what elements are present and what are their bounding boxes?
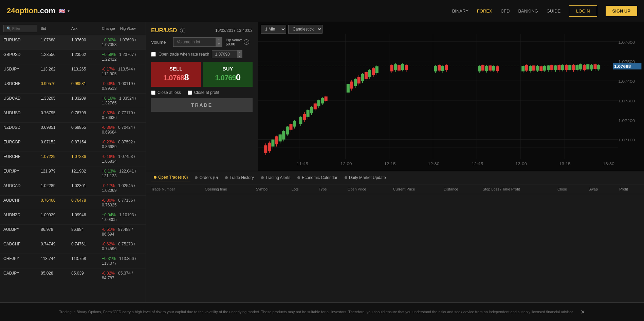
col-type: Type xyxy=(314,184,343,194)
svg-rect-116 xyxy=(529,66,532,71)
rate-up-arrow[interactable]: ▲ xyxy=(237,50,242,54)
tab-orders[interactable]: Orders (0) xyxy=(192,174,221,181)
svg-text:11:45: 11:45 xyxy=(297,162,308,166)
list-item[interactable]: USDCAD 1.33205 1.33209 +0.16% 1.33524 / … xyxy=(0,94,146,108)
trade-button[interactable]: TRADE xyxy=(151,98,253,112)
flag-icon: 🇬🇧 xyxy=(59,8,66,14)
tab-dot-daily-market-update xyxy=(345,176,347,179)
tab-economic-calendar[interactable]: Economic Calendar xyxy=(295,174,340,181)
volume-up-arrow[interactable]: ▲ xyxy=(216,37,222,42)
svg-rect-30 xyxy=(264,145,267,153)
list-item[interactable]: AUDNZD 1.09929 1.09946 +0.04% 1.10193 / … xyxy=(0,210,146,225)
list-item[interactable]: EURGBP 0.87152 0.87154 -0.23% 0.87592 / … xyxy=(0,137,146,152)
tab-trading-alerts[interactable]: Trading Alerts xyxy=(258,174,293,181)
signup-button[interactable]: SIGN UP xyxy=(606,6,637,16)
svg-rect-62 xyxy=(325,97,328,101)
volume-down-arrow[interactable]: ▼ xyxy=(216,42,222,47)
col-swap: Swap xyxy=(584,184,614,194)
svg-rect-104 xyxy=(485,66,488,71)
tab-dot-economic-calendar xyxy=(297,176,300,179)
list-item[interactable]: GBPUSD 1.23556 1.23562 +0.58% 1.23767 / … xyxy=(0,50,146,64)
svg-rect-38 xyxy=(279,135,282,142)
list-item[interactable]: USDCHF 0.99570 0.99581 -0.48% 1.00119 / … xyxy=(0,79,146,94)
rate-down-arrow[interactable]: ▼ xyxy=(237,54,242,58)
tab-trade-history[interactable]: Trade History xyxy=(222,174,257,181)
close-at-loss-checkbox[interactable] xyxy=(151,91,155,95)
svg-rect-124 xyxy=(543,66,546,71)
list-item[interactable]: AUDJPY 86.978 86.984 -0.51% 87.488 / 86.… xyxy=(0,225,146,239)
svg-rect-144 xyxy=(579,64,582,69)
instrument-info-icon[interactable]: i xyxy=(180,28,185,33)
nav-guide[interactable]: GUIDE xyxy=(547,8,560,14)
svg-rect-88 xyxy=(401,64,404,70)
svg-text:12:00: 12:00 xyxy=(341,162,352,166)
tab-daily-market-update[interactable]: Daily Market Update xyxy=(342,174,389,181)
col-open-price: Open Price xyxy=(343,184,388,194)
sell-button[interactable]: SELL 1.07688 xyxy=(151,62,201,87)
close-at-profit: Close at profit xyxy=(188,90,219,95)
svg-rect-92 xyxy=(434,66,437,71)
close-at-profit-checkbox[interactable] xyxy=(188,91,192,95)
svg-rect-56 xyxy=(314,103,317,109)
svg-rect-142 xyxy=(575,65,578,70)
list-item[interactable]: CADJPY 85.028 85.039 -0.32% 85.374 / 84.… xyxy=(0,268,146,283)
nav-banking[interactable]: BANKING xyxy=(518,8,538,14)
timeframe-select[interactable]: 1 Min 5 Min 15 Min 30 Min 1 Hour xyxy=(261,25,286,34)
list-item[interactable]: CHFJPY 113.744 113.758 +0.31% 113.856 / … xyxy=(0,254,146,268)
pip-value: Pip value: $0.00 ? xyxy=(226,38,249,46)
chart-section: 1 Min 5 Min 15 Min 30 Min 1 Hour Candles… xyxy=(258,22,644,171)
pip-help-icon[interactable]: ? xyxy=(244,39,249,45)
tab-dot-open-trades xyxy=(154,176,157,179)
bottom-panel: Open Trades (0) Orders (0) Trade History… xyxy=(146,171,644,302)
svg-rect-46 xyxy=(293,121,296,126)
open-trade-checkbox[interactable] xyxy=(151,52,156,57)
nav-cfd[interactable]: CFD xyxy=(501,8,510,14)
close-at-profit-label: Close at profit xyxy=(194,90,219,95)
sell-label: SELL xyxy=(169,66,182,72)
tab-label-open-trades: Open Trades (0) xyxy=(158,175,188,180)
list-item[interactable]: USDJPY 113.262 113.265 -0.17% 113.544 / … xyxy=(0,64,146,79)
nav-binary[interactable]: BINARY xyxy=(452,8,468,14)
tab-label-daily-market-update: Daily Market Update xyxy=(349,175,386,180)
table-header-row: Trade Number Opening time Symbol Lots Ty… xyxy=(146,184,644,194)
currency-list-header: Bid Ask Change High/Low xyxy=(0,22,146,35)
logo[interactable]: 24option.com xyxy=(7,6,55,15)
list-item[interactable]: AUDUSD 0.76795 0.76799 -0.33% 0.77170 / … xyxy=(0,108,146,123)
svg-rect-58 xyxy=(317,100,320,106)
list-item[interactable]: EURCHF 1.07229 1.07236 -0.18% 1.07453 / … xyxy=(0,152,146,166)
login-button[interactable]: LOGIN xyxy=(569,5,597,17)
chart-type-select[interactable]: Candlestick Line Bar xyxy=(288,25,323,34)
list-item[interactable]: CADCHF 0.74749 0.74761 -0.62% 0.75273 / … xyxy=(0,239,146,254)
svg-rect-78 xyxy=(372,68,375,75)
buy-label: BUY xyxy=(222,66,233,72)
volume-input-wrap: ▲ ▼ xyxy=(173,37,222,47)
list-item[interactable]: EURUSD 1.07688 1.07690 +0.30% 1.07698 / … xyxy=(0,35,146,50)
nav-forex[interactable]: FOREX xyxy=(477,8,492,14)
svg-text:1.07600: 1.07600 xyxy=(618,40,635,44)
instrument-name: EUR/USD xyxy=(151,27,177,34)
flag-selector[interactable]: 🇬🇧 ▼ xyxy=(59,8,70,14)
svg-rect-40 xyxy=(282,131,285,139)
svg-text:1.07100: 1.07100 xyxy=(618,138,635,142)
tab-label-economic-calendar: Economic Calendar xyxy=(302,175,337,180)
volume-label: Volume xyxy=(151,40,170,45)
list-item[interactable]: AUDCAD 1.02289 1.02301 -0.17% 1.02545 / … xyxy=(0,181,146,196)
list-item[interactable]: EURJPY 121.979 121.982 +0.13% 122.041 / … xyxy=(0,166,146,181)
volume-input[interactable] xyxy=(173,37,222,47)
list-item[interactable]: NZDUSD 0.69851 0.69855 -0.36% 0.70424 / … xyxy=(0,123,146,137)
buy-button[interactable]: BUY 1.07690 xyxy=(203,62,253,87)
close-at-loss: Close at loss xyxy=(151,90,181,95)
svg-rect-54 xyxy=(310,107,313,113)
svg-rect-148 xyxy=(586,64,589,69)
filter-input[interactable] xyxy=(3,25,37,32)
col-opening-time: Opening time xyxy=(200,184,251,194)
close-options-row: Close at loss Close at profit xyxy=(151,90,253,95)
col-close: Close xyxy=(552,184,584,194)
svg-rect-112 xyxy=(521,66,525,71)
svg-rect-50 xyxy=(303,114,306,120)
trade-chart-section: EUR/USD i 16/03/2017 13:40:03 Volume ▲ ▼ xyxy=(146,22,644,171)
tab-open-trades[interactable]: Open Trades (0) xyxy=(151,174,190,181)
main-nav: BINARY FOREX CFD BANKING GUIDE LOGIN SIG… xyxy=(452,5,637,17)
list-item[interactable]: AUDCHF 0.76466 0.76478 -0.80% 0.77136 / … xyxy=(0,196,146,210)
trade-header: EUR/USD i 16/03/2017 13:40:03 xyxy=(151,27,253,34)
